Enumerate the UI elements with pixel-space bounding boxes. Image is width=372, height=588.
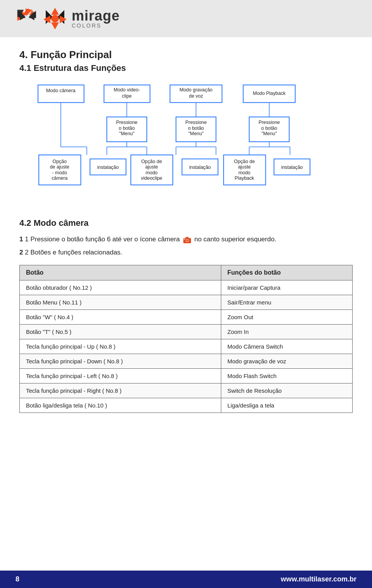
page: mirage COLORS 4. Função Principal 4.1 Es… xyxy=(0,0,372,588)
svg-text:Pressione: Pressione xyxy=(116,120,138,125)
svg-text:Pressione: Pressione xyxy=(258,120,280,125)
svg-marker-12 xyxy=(51,8,59,15)
svg-text:o botão: o botão xyxy=(119,126,135,131)
page-number: 8 xyxy=(16,575,19,583)
section42-text2: 2 2 Botões e funções relacionadas. xyxy=(19,248,353,258)
svg-point-82 xyxy=(186,239,188,241)
function-cell: Zoom Out xyxy=(221,310,352,325)
table-row: Botão "W" ( No.4 ) Zoom Out xyxy=(20,310,353,325)
brand-name: mirage xyxy=(72,9,120,23)
table-row: Tecla função principal - Down ( No.8 ) M… xyxy=(20,354,353,369)
section41-title: 4.1 Estrutura das Funções xyxy=(19,63,353,73)
button-cell: Botão liga/desliga tela ( No.10 ) xyxy=(20,398,221,413)
table-row: Botão Menu ( No.11 ) Sair/Entrar menu xyxy=(20,295,353,310)
button-cell: Botão obturador ( No.12 ) xyxy=(20,280,221,295)
svg-text:Modo gravação: Modo gravação xyxy=(179,87,212,93)
button-cell: Tecla função principal - Left ( No.8 ) xyxy=(20,369,221,383)
function-cell: Zoom In xyxy=(221,325,352,339)
section42-text1: 1 1 Pressione o botão função 6 até ver o… xyxy=(19,234,353,244)
table-row: Tecla função principal - Up ( No.8 ) Mod… xyxy=(20,339,353,354)
svg-text:de voz: de voz xyxy=(189,93,203,99)
function-cell: Liga/desliga a tela xyxy=(221,398,352,413)
section42-title: 4.2 Modo câmera xyxy=(19,218,353,228)
button-cell: Tecla função principal - Up ( No.8 ) xyxy=(20,339,221,354)
table-header-row: Botão Funções do botão xyxy=(20,265,353,280)
table-row: Botão "T" ( No.5 ) Zoom In xyxy=(20,325,353,339)
svg-text:Modo Playback: Modo Playback xyxy=(253,91,286,96)
function-cell: Sair/Entrar menu xyxy=(221,295,352,310)
mirage-logo-icon xyxy=(16,8,39,29)
svg-text:ajuste: ajuste xyxy=(238,164,251,170)
table-row: Botão obturador ( No.12 ) Iniciar/parar … xyxy=(20,280,353,295)
svg-text:o botão: o botão xyxy=(261,126,277,131)
bold-2: 2 xyxy=(19,249,23,256)
function-cell: Modo Flash Switch xyxy=(221,369,352,383)
svg-text:modo: modo xyxy=(146,170,158,175)
col1-header: Botão xyxy=(20,265,221,280)
svg-text:instalação: instalação xyxy=(97,165,119,170)
button-cell: Botão "W" ( No.4 ) xyxy=(20,310,221,325)
functions-table: Botão Funções do botão Botão obturador (… xyxy=(19,265,353,413)
button-cell: Botão "T" ( No.5 ) xyxy=(20,325,221,339)
header: mirage COLORS xyxy=(0,0,372,37)
table-row: Tecla função principal - Left ( No.8 ) M… xyxy=(20,369,353,383)
svg-text:Pressione: Pressione xyxy=(185,120,207,125)
svg-marker-17 xyxy=(51,22,59,29)
function-cell: Modo Câmera Switch xyxy=(221,339,352,354)
svg-rect-83 xyxy=(186,237,188,238)
function-cell: Iniciar/parar Captura xyxy=(221,280,352,295)
section4-title: 4. Função Principal xyxy=(19,49,353,61)
button-cell: Tecla função principal - Down ( No.8 ) xyxy=(20,354,221,369)
bold-1: 1 xyxy=(19,236,23,243)
svg-text:de ajuste: de ajuste xyxy=(50,164,69,170)
logo-text: mirage COLORS xyxy=(72,9,120,28)
svg-rect-84 xyxy=(184,239,185,239)
camera-icon xyxy=(183,236,191,243)
brand-subtitle: COLORS xyxy=(72,23,120,28)
svg-text:clipe: clipe xyxy=(122,93,132,99)
svg-text:o botão: o botão xyxy=(188,126,204,131)
svg-text:câmera: câmera xyxy=(52,175,67,181)
diagram-container: Modo câmera Modo video- clipe Modo grava… xyxy=(19,81,353,206)
svg-text:modo: modo xyxy=(238,170,250,175)
svg-text:videoclipe: videoclipe xyxy=(141,175,162,181)
svg-text:Opção: Opção xyxy=(53,159,67,164)
svg-text:"Menu": "Menu" xyxy=(262,131,277,136)
svg-text:Opção de: Opção de xyxy=(234,159,255,164)
svg-text:Modo video-: Modo video- xyxy=(114,87,140,93)
table-row: Botão liga/desliga tela ( No.10 ) Liga/d… xyxy=(20,398,353,413)
svg-text:ajuste: ajuste xyxy=(145,164,158,170)
logo-area: mirage COLORS xyxy=(16,7,120,30)
svg-text:Opção de: Opção de xyxy=(141,159,162,164)
button-cell: Tecla função principal - Right ( No.8 ) xyxy=(20,383,221,398)
footer-website: www.multilaser.com.br xyxy=(281,575,356,583)
svg-text:Modo câmera: Modo câmera xyxy=(46,88,76,93)
function-cell: Switch de Resolução xyxy=(221,383,352,398)
svg-text:"Menu": "Menu" xyxy=(119,131,134,136)
svg-text:"Menu": "Menu" xyxy=(188,131,204,136)
svg-text:instalação: instalação xyxy=(189,165,211,170)
table-row: Tecla função principal - Right ( No.8 ) … xyxy=(20,383,353,398)
brand-logo-svg xyxy=(43,7,68,30)
svg-point-18 xyxy=(51,15,59,22)
footer: 8 www.multilaser.com.br xyxy=(0,571,372,588)
button-cell: Botão Menu ( No.11 ) xyxy=(20,295,221,310)
function-cell: Modo gravação de voz xyxy=(221,354,352,369)
svg-text:Playback: Playback xyxy=(235,175,255,181)
main-content: 4. Função Principal 4.1 Estrutura das Fu… xyxy=(0,37,372,571)
svg-text:instalação: instalação xyxy=(281,165,303,170)
function-diagram: Modo câmera Modo video- clipe Modo grava… xyxy=(19,81,353,205)
svg-text:- modo: - modo xyxy=(52,170,67,175)
col2-header: Funções do botão xyxy=(221,265,352,280)
